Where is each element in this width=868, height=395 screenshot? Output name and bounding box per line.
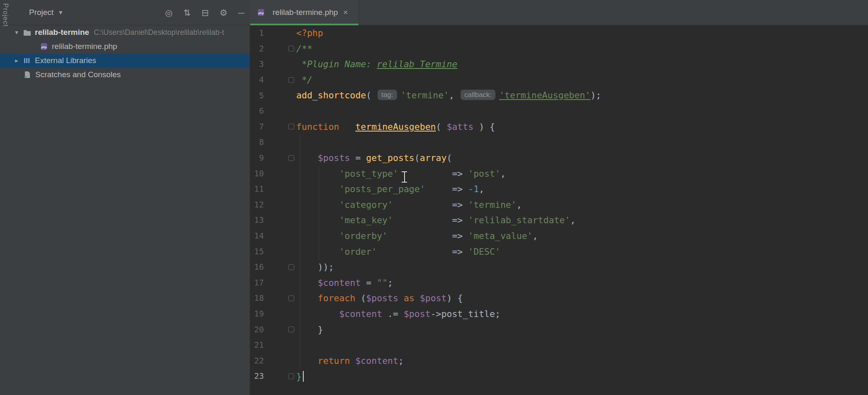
line-number[interactable]: 4: [250, 75, 264, 85]
code-text: 'meta_key' => 'relilab_startdate',: [296, 215, 575, 225]
editor-tab[interactable]: php relilab-termine.php ×: [250, 0, 359, 25]
gutter-fold-column[interactable]: [264, 124, 296, 129]
code-line-21[interactable]: 21: [250, 337, 868, 353]
line-number[interactable]: 8: [250, 137, 264, 147]
fold-marker-icon[interactable]: [288, 264, 294, 270]
code-line-12[interactable]: 12 'category' => 'termine',: [250, 197, 868, 213]
project-dropdown[interactable]: Project: [29, 8, 54, 17]
code-text: 'posts_per_page' => -1,: [296, 184, 484, 194]
fold-marker-icon[interactable]: [288, 295, 294, 301]
code-text: return $content;: [296, 356, 404, 366]
code-line-14[interactable]: 14 'orderby' => 'meta_value',: [250, 228, 868, 244]
fold-marker-icon[interactable]: [288, 327, 294, 332]
line-number[interactable]: 20: [250, 325, 264, 334]
mouse-ibeam-cursor: [401, 171, 407, 183]
code-line-2[interactable]: 2/**: [250, 41, 868, 57]
editor[interactable]: 1<?php2/**3 *Plugin Name: relilab Termin…: [250, 25, 868, 395]
fold-marker-icon[interactable]: [288, 46, 294, 51]
code-line-13[interactable]: 13 'meta_key' => 'relilab_startdate',: [250, 212, 868, 228]
gutter-fold-column[interactable]: [264, 264, 296, 270]
tree-item-relilab-termine[interactable]: ▾relilab-termineC:\Users\Daniel\Desktop\…: [0, 25, 250, 39]
chevron-down-icon[interactable]: ▾: [12, 29, 21, 36]
line-number[interactable]: 2: [250, 44, 264, 54]
code-line-11[interactable]: 11 'posts_per_page' => -1,: [250, 181, 868, 197]
code-line-16[interactable]: 16 ));: [250, 259, 868, 275]
line-number[interactable]: 6: [250, 106, 264, 116]
code-line-6[interactable]: 6: [250, 103, 868, 119]
line-number[interactable]: 10: [250, 169, 264, 178]
gutter-fold-column[interactable]: [264, 77, 296, 83]
gutter-fold-column[interactable]: [264, 373, 296, 379]
sort-icon[interactable]: ⇅: [183, 8, 191, 17]
code-line-20[interactable]: 20 }: [250, 322, 868, 337]
chevron-down-icon[interactable]: ▼: [58, 9, 63, 16]
tree-item-scratches-and-consoles[interactable]: Scratches and Consoles: [0, 68, 250, 82]
parameter-hint: callback:: [461, 90, 495, 100]
line-number[interactable]: 11: [250, 184, 264, 194]
line-number[interactable]: 5: [250, 91, 264, 100]
line-number[interactable]: 1: [250, 28, 264, 38]
project-panel-header: Project ▼ ◎⇅⊟⚙─: [0, 0, 250, 25]
line-number[interactable]: 22: [250, 356, 264, 366]
fold-marker-icon[interactable]: [288, 77, 294, 83]
line-number[interactable]: 17: [250, 278, 264, 288]
code-text: <?php: [296, 28, 323, 38]
code-line-5[interactable]: 5add_shortcode( tag:'termine', callback:…: [250, 88, 868, 103]
code-text: add_shortcode( tag:'termine', callback:'…: [296, 90, 601, 101]
code-line-15[interactable]: 15 'order' => 'DESC': [250, 244, 868, 259]
line-number[interactable]: 7: [250, 122, 264, 132]
close-icon[interactable]: ×: [343, 8, 348, 17]
tree-item-external-libraries[interactable]: ▸External Libraries: [0, 54, 250, 68]
code-area[interactable]: 1<?php2/**3 *Plugin Name: relilab Termin…: [250, 25, 868, 384]
line-number[interactable]: 9: [250, 153, 264, 163]
locate-icon[interactable]: ◎: [165, 8, 173, 17]
fold-marker-icon[interactable]: [288, 373, 294, 379]
code-text: */: [296, 75, 312, 85]
line-number[interactable]: 16: [250, 262, 264, 272]
line-number[interactable]: 12: [250, 200, 264, 210]
code-line-18[interactable]: 18 foreach ($posts as $post) {: [250, 290, 868, 306]
tree-item-relilab-termine-php[interactable]: phprelilab-termine.php: [0, 39, 250, 54]
code-line-19[interactable]: 19 $content .= $post->post_title;: [250, 306, 868, 322]
chevron-right-icon[interactable]: ▸: [12, 57, 21, 64]
settings-gear-icon[interactable]: ⚙: [219, 8, 227, 17]
line-number[interactable]: 3: [250, 59, 264, 69]
tool-window-stripe-project[interactable]: Project: [2, 3, 9, 27]
fold-marker-icon[interactable]: [288, 155, 294, 161]
code-line-22[interactable]: 22 return $content;: [250, 353, 868, 368]
code-line-10[interactable]: 10 'post_type' => 'post',: [250, 166, 868, 181]
fold-marker-icon[interactable]: [288, 124, 294, 129]
code-text: foreach ($posts as $post) {: [296, 293, 463, 303]
code-line-3[interactable]: 3 *Plugin Name: relilab Termine: [250, 56, 868, 72]
collapse-all-icon[interactable]: ⊟: [202, 8, 209, 17]
code-line-9[interactable]: 9 $posts = get_posts(array(: [250, 150, 868, 166]
gutter-fold-column[interactable]: [264, 327, 296, 332]
code-text: 'category' => 'termine',: [296, 200, 522, 210]
line-number[interactable]: 13: [250, 215, 264, 225]
tree-item-label: Scratches and Consoles: [35, 70, 121, 79]
code-line-7[interactable]: 7function termineAusgeben( $atts ) {: [250, 119, 868, 135]
scratches-icon: [23, 71, 32, 78]
top-bar: Project ▼ ◎⇅⊟⚙─ php relilab-termine.php …: [0, 0, 868, 25]
code-line-8[interactable]: 8: [250, 134, 868, 150]
line-number[interactable]: 19: [250, 309, 264, 319]
line-number[interactable]: 23: [250, 371, 264, 381]
code-text: $content .= $post->post_title;: [296, 309, 500, 319]
code-line-23[interactable]: 23}: [250, 368, 868, 384]
line-number[interactable]: 18: [250, 293, 264, 303]
gutter-fold-column[interactable]: [264, 295, 296, 301]
gutter-fold-column[interactable]: [264, 46, 296, 51]
tree-item-label: External Libraries: [35, 56, 96, 65]
code-text: }: [296, 324, 323, 335]
code-text: 'order' => 'DESC': [296, 246, 500, 257]
code-line-17[interactable]: 17 $content = "";: [250, 275, 868, 291]
line-number[interactable]: 14: [250, 231, 264, 241]
code-line-4[interactable]: 4 */: [250, 72, 868, 88]
hide-panel-icon[interactable]: ─: [238, 8, 244, 17]
code-text: /**: [296, 44, 312, 54]
line-number[interactable]: 21: [250, 340, 264, 350]
gutter-fold-column[interactable]: [264, 155, 296, 161]
parameter-hint: tag:: [378, 90, 397, 100]
code-line-1[interactable]: 1<?php: [250, 25, 868, 41]
line-number[interactable]: 15: [250, 247, 264, 256]
